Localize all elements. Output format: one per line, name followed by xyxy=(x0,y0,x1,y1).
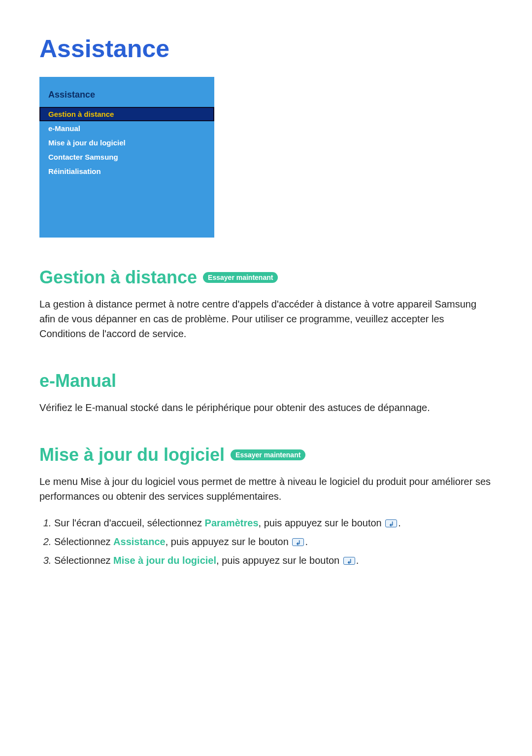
keyword-assistance: Assistance xyxy=(113,536,166,547)
menu-item-reinitialisation[interactable]: Réinitialisation xyxy=(39,164,214,178)
menu-item-emanual[interactable]: e-Manual xyxy=(39,121,214,136)
try-now-badge[interactable]: Essayer maintenant xyxy=(203,272,278,283)
try-now-badge[interactable]: Essayer maintenant xyxy=(231,449,305,460)
step-2: Sélectionnez Assistance, puis appuyez su… xyxy=(54,532,493,551)
heading-mise-a-jour: Mise à jour du logiciel xyxy=(39,445,225,465)
step-3: Sélectionnez Mise à jour du logiciel, pu… xyxy=(54,551,493,570)
heading-emanual: e-Manual xyxy=(39,371,116,391)
maj-steps: Sur l'écran d'accueil, sélectionnez Para… xyxy=(39,514,493,570)
section-emanual: e-Manual Vérifiez le E-manual stocké dan… xyxy=(39,371,493,415)
menu-item-mise-a-jour[interactable]: Mise à jour du logiciel xyxy=(39,136,214,150)
step-1: Sur l'écran d'accueil, sélectionnez Para… xyxy=(54,514,493,532)
enter-icon xyxy=(343,557,355,565)
menu-item-contacter-samsung[interactable]: Contacter Samsung xyxy=(39,150,214,164)
heading-gestion-distance: Gestion à distance xyxy=(39,267,197,288)
emanual-body: Vérifiez le E-manual stocké dans le péri… xyxy=(39,400,493,415)
page-title: Assistance xyxy=(39,34,493,63)
maj-body: Le menu Mise à jour du logiciel vous per… xyxy=(39,474,493,504)
enter-icon xyxy=(385,519,397,527)
menu-item-gestion-distance[interactable]: Gestion à distance xyxy=(39,107,214,121)
section-gestion-distance: Gestion à distance Essayer maintenant La… xyxy=(39,267,493,341)
enter-icon xyxy=(292,538,304,546)
keyword-parametres: Paramètres xyxy=(205,517,259,528)
gestion-body: La gestion à distance permet à notre cen… xyxy=(39,297,493,341)
menu-header: Assistance xyxy=(39,90,214,107)
section-mise-a-jour: Mise à jour du logiciel Essayer maintena… xyxy=(39,445,493,570)
keyword-mise-a-jour: Mise à jour du logiciel xyxy=(113,555,216,566)
assistance-menu-panel: Assistance Gestion à distance e-Manual M… xyxy=(39,77,214,238)
